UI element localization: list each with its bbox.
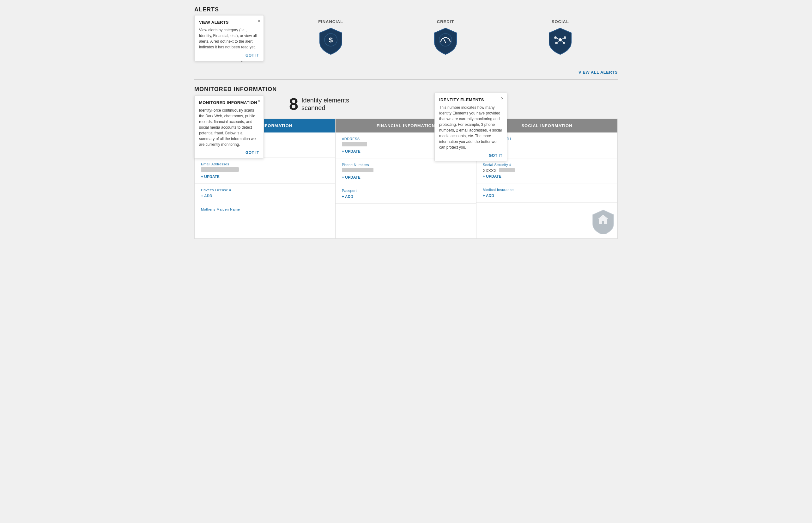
alert-category-social[interactable]: SOCIAL — [548, 19, 573, 55]
monitored-popover-body: IdentityForce continuously scans the Dar… — [199, 108, 259, 147]
email-label: Email Addresses — [201, 162, 329, 166]
medical-insurance-label: Medical Insurance — [483, 188, 611, 192]
credit-label: CREDIT — [437, 19, 454, 24]
identity-elements-row: 8 Identity elementsscanned IDENTITY ELEM… — [289, 96, 618, 112]
email-update-link[interactable]: + UPDATE — [201, 175, 220, 179]
credit-shield-icon — [433, 26, 458, 55]
alerts-section: ALERTS VIEW ALERTS × View alerts by cate… — [185, 0, 627, 68]
ssn-label: Social Security # — [483, 163, 611, 167]
alerts-title: ALERTS — [194, 6, 618, 13]
email-value-blur — [201, 167, 239, 172]
view-all-alerts-link[interactable]: VIEW ALL ALERTS — [579, 70, 618, 75]
identity-label: Identity elementsscanned — [301, 96, 349, 112]
phone-value-blur — [342, 168, 374, 172]
drivers-license-field: Driver's License # + ADD — [195, 184, 335, 203]
financial-shield-icon: $ — [318, 26, 343, 55]
phone-field: Phone Numbers + UPDATE — [336, 158, 476, 184]
phone-label: Phone Numbers — [342, 163, 470, 167]
passport-field: Passport + ADD — [336, 184, 476, 204]
identity-elements-popover-body: This number indicates how many Identity … — [439, 105, 502, 150]
svg-point-4 — [445, 42, 446, 43]
maiden-name-field: Mother's Maiden Name — [195, 203, 335, 217]
view-all-alerts-row: VIEW ALL ALERTS — [185, 68, 627, 79]
financial-label: FINANCIAL — [318, 19, 343, 24]
alert-category-financial[interactable]: FINANCIAL $ — [318, 19, 343, 55]
alerts-popover-body: View alerts by category (i.e., Identity,… — [199, 27, 259, 50]
identity-elements-popover-got-it[interactable]: GOT IT — [439, 154, 502, 158]
identity-elements-popover: IDENTITY ELEMENTS × This number indicate… — [434, 93, 507, 161]
ssn-field: Social Security # XXXXX + UPDATE — [476, 158, 617, 183]
medical-insurance-add-link[interactable]: + ADD — [483, 194, 494, 198]
phone-update-link[interactable]: + UPDATE — [342, 175, 360, 180]
social-label: SOCIAL — [552, 19, 569, 24]
email-field: Email Addresses + UPDATE — [195, 158, 335, 184]
social-shield-icon — [548, 26, 573, 55]
ssn-prefix: XXXXX — [483, 168, 496, 173]
monitored-popover: MONITORED INFORMATION × IdentityForce co… — [194, 95, 264, 158]
ssn-value-blur — [499, 168, 515, 172]
alerts-popover-title: VIEW ALERTS — [199, 20, 259, 25]
medical-insurance-field: Medical Insurance + ADD — [476, 183, 617, 203]
ssn-update-link[interactable]: + UPDATE — [483, 174, 502, 179]
drivers-license-label: Driver's License # — [201, 188, 329, 192]
alert-category-credit[interactable]: CREDIT — [433, 19, 458, 55]
identity-elements-popover-title: IDENTITY ELEMENTS — [439, 97, 502, 102]
alerts-popover-got-it[interactable]: GOT IT — [199, 53, 259, 57]
monitored-popover-close[interactable]: × — [258, 99, 260, 103]
monitored-title: MONITORED INFORMATION — [194, 86, 618, 93]
passport-label: Passport — [342, 189, 470, 193]
drivers-license-add-link[interactable]: + ADD — [201, 194, 212, 198]
passport-add-link[interactable]: + ADD — [342, 195, 353, 199]
identity-elements-popover-close[interactable]: × — [501, 96, 504, 101]
home-shield-icon — [592, 209, 614, 234]
monitored-popover-title: MONITORED INFORMATION — [199, 100, 259, 105]
alerts-popover: VIEW ALERTS × View alerts by category (i… — [194, 15, 264, 61]
maiden-name-label: Mother's Maiden Name — [201, 208, 329, 211]
address-update-link[interactable]: + UPDATE — [342, 149, 360, 154]
alerts-popover-close[interactable]: × — [258, 19, 260, 23]
identity-count: 8 — [289, 96, 298, 112]
monitored-popover-got-it[interactable]: GOT IT — [199, 150, 259, 155]
address-value-blur — [342, 142, 367, 146]
svg-text:$: $ — [329, 36, 333, 44]
monitored-section: MONITORED INFORMATION MONITORED INFORMAT… — [185, 80, 627, 248]
